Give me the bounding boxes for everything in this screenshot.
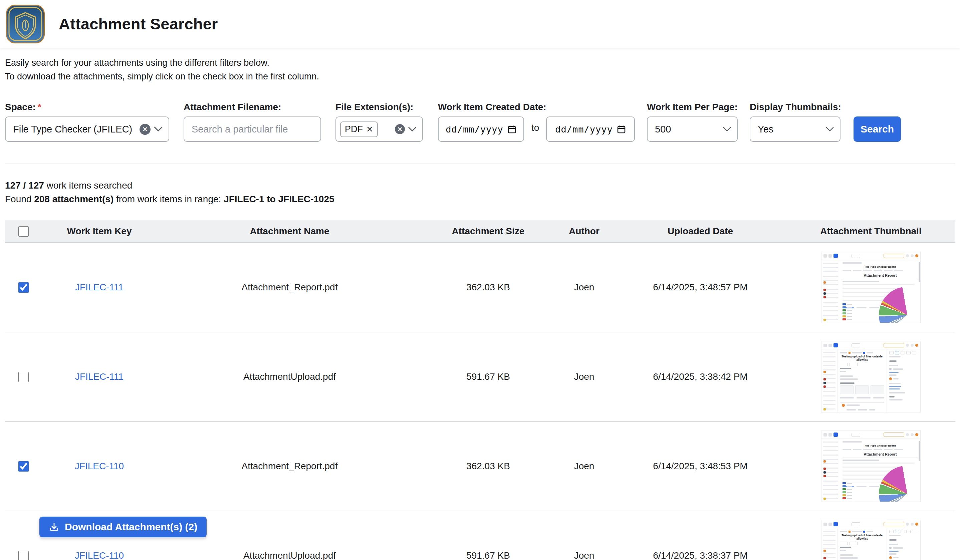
- space-select-value: File Type Checker (JFILEC): [13, 124, 132, 135]
- work-item-key-link[interactable]: JFILEC-111: [75, 282, 123, 292]
- per-page-select[interactable]: 500: [647, 117, 738, 142]
- uploaded-date-cell: 6/14/2025, 3:38:42 PM: [614, 371, 786, 382]
- space-label: Space:*: [5, 102, 42, 112]
- extensions-select[interactable]: PDF ✕ ✕: [336, 117, 423, 142]
- per-page-value: 500: [655, 124, 671, 135]
- created-date-to-input[interactable]: dd/mm/yyyy: [546, 117, 635, 142]
- display-thumbnails-label: Display Thumbnails:: [750, 102, 841, 112]
- uploaded-date-cell: 6/14/2025, 3:38:37 PM: [614, 550, 786, 560]
- extensions-label: File Extension(s):: [336, 102, 413, 112]
- calendar-icon[interactable]: [617, 125, 626, 134]
- attachment-name-cell: Attachment_Report.pdf: [157, 282, 422, 293]
- intro-line-2: To download the attachments, simply clic…: [5, 70, 319, 83]
- attachment-thumbnail-work-item[interactable]: Testing upload of files outside allowlis…: [821, 520, 921, 560]
- table-row: JFILEC-110 Attachment_Report.pdf 362.03 …: [5, 422, 955, 511]
- thumb-legend: [843, 482, 852, 500]
- tag-remove-icon[interactable]: ✕: [366, 125, 373, 134]
- section-divider: [5, 163, 955, 164]
- filename-label: Attachment Filename:: [184, 102, 282, 112]
- author-cell: Joen: [554, 550, 614, 560]
- column-header-author: Author: [554, 226, 614, 237]
- table-row: JFILEC-111 Attachment_Report.pdf 362.03 …: [5, 243, 955, 333]
- intro-line-1: Easily search for your attachments using…: [5, 56, 319, 70]
- status-line-found: Found 208 attachment(s) from work items …: [5, 192, 334, 206]
- intro-text: Easily search for your attachments using…: [5, 56, 319, 83]
- download-icon: [49, 522, 59, 532]
- row-select-checkbox[interactable]: [18, 461, 29, 472]
- column-header-uploaded-date: Uploaded Date: [614, 226, 786, 237]
- download-attachments-button[interactable]: Download Attachment(s) (2): [39, 517, 206, 537]
- date-from-value: dd/mm/yyyy: [446, 124, 503, 134]
- attachment-size-cell: 362.03 KB: [422, 282, 554, 293]
- display-thumbnails-value: Yes: [758, 124, 773, 135]
- space-clear-icon[interactable]: ✕: [139, 124, 150, 135]
- thumb-sidebar: [821, 349, 837, 412]
- attachment-size-cell: 362.03 KB: [422, 461, 554, 472]
- chevron-down-icon[interactable]: [408, 127, 416, 132]
- select-all-checkbox[interactable]: [18, 226, 29, 237]
- column-header-attachment-size: Attachment Size: [422, 226, 554, 237]
- space-select[interactable]: File Type Checker (JFILEC) ✕: [5, 117, 169, 142]
- extension-tag-pdf[interactable]: PDF ✕: [340, 122, 378, 137]
- work-item-key-link[interactable]: JFILEC-110: [75, 550, 124, 560]
- chevron-down-icon[interactable]: [826, 127, 834, 132]
- jira-logo-icon: [834, 254, 838, 258]
- author-cell: Joen: [554, 461, 614, 472]
- attachment-searcher-page: Attachment Searcher Easily search for yo…: [0, 0, 960, 560]
- chevron-down-icon[interactable]: [154, 126, 163, 132]
- uploaded-date-cell: 6/14/2025, 3:48:57 PM: [614, 282, 786, 293]
- app-header: Attachment Searcher: [0, 0, 960, 48]
- app-logo-shield-paperclip-icon: [6, 5, 45, 43]
- attachment-thumbnail-cell[interactable]: File Type Checker Board Attachment Repor…: [786, 430, 955, 502]
- column-header-attachment-name: Attachment Name: [157, 226, 422, 237]
- jira-logo-icon: [834, 432, 838, 437]
- chevron-down-icon[interactable]: [723, 127, 731, 132]
- calendar-icon[interactable]: [507, 125, 517, 134]
- column-header-work-item-key: Work Item Key: [42, 226, 157, 237]
- attachment-name-cell: AttachmentUpload.pdf: [157, 550, 422, 560]
- attachment-thumbnail-cell[interactable]: File Type Checker Board Attachment Repor…: [786, 252, 955, 323]
- work-item-key-link[interactable]: JFILEC-110: [75, 461, 124, 471]
- row-select-checkbox[interactable]: [18, 282, 29, 293]
- results-table: Work Item Key Attachment Name Attachment…: [5, 220, 955, 560]
- date-range-to-text: to: [531, 123, 539, 133]
- author-cell: Joen: [554, 371, 614, 382]
- display-thumbnails-select[interactable]: Yes: [750, 117, 840, 142]
- attachment-size-cell: 591.67 KB: [422, 371, 554, 382]
- attachment-name-cell: AttachmentUpload.pdf: [157, 371, 422, 382]
- filter-bar: Space:* File Type Checker (JFILEC) ✕ Att…: [0, 102, 960, 145]
- thumb-sidebar: [821, 528, 837, 560]
- work-item-key-link[interactable]: JFILEC-111: [75, 371, 123, 382]
- created-date-from-input[interactable]: dd/mm/yyyy: [438, 117, 524, 142]
- search-button[interactable]: Search: [853, 117, 901, 142]
- attachment-thumbnail-cell[interactable]: Testing upload of files outside allowlis…: [786, 341, 955, 413]
- author-cell: Joen: [554, 282, 614, 293]
- thumb-sidebar: [821, 260, 840, 323]
- row-select-checkbox[interactable]: [18, 550, 29, 560]
- jira-logo-icon: [834, 343, 838, 347]
- jira-logo-icon: [834, 522, 838, 526]
- thumb-avatar: [842, 404, 845, 407]
- status-line-searched: 127 / 127 work items searched: [5, 179, 334, 192]
- attachment-thumbnail-report[interactable]: File Type Checker Board Attachment Repor…: [821, 430, 921, 502]
- filename-input[interactable]: Search a particular file: [184, 117, 321, 142]
- table-row: JFILEC-111 AttachmentUpload.pdf 591.67 K…: [5, 333, 955, 422]
- row-select-checkbox[interactable]: [18, 372, 29, 382]
- thumb-legend: [843, 303, 852, 322]
- created-date-label: Work Item Created Date:: [438, 102, 546, 112]
- page-title: Attachment Searcher: [59, 15, 218, 33]
- per-page-label: Work Item Per Page:: [647, 102, 738, 112]
- required-asterisk: *: [38, 102, 42, 112]
- thumb-sidebar: [821, 439, 840, 502]
- attachment-size-cell: 591.67 KB: [422, 550, 554, 560]
- thumb-comment-box: [840, 402, 884, 412]
- attachment-thumbnail-report[interactable]: File Type Checker Board Attachment Repor…: [821, 252, 921, 323]
- table-header-row: Work Item Key Attachment Name Attachment…: [5, 220, 955, 243]
- column-header-attachment-thumbnail: Attachment Thumbnail: [786, 226, 955, 237]
- extensions-clear-icon[interactable]: ✕: [395, 124, 405, 134]
- search-status: 127 / 127 work items searched Found 208 …: [5, 179, 334, 206]
- uploaded-date-cell: 6/14/2025, 3:48:53 PM: [614, 461, 786, 472]
- attachment-thumbnail-cell[interactable]: Testing upload of files outside allowlis…: [786, 520, 955, 560]
- attachment-thumbnail-work-item[interactable]: Testing upload of files outside allowlis…: [821, 341, 921, 413]
- date-to-value: dd/mm/yyyy: [555, 124, 613, 134]
